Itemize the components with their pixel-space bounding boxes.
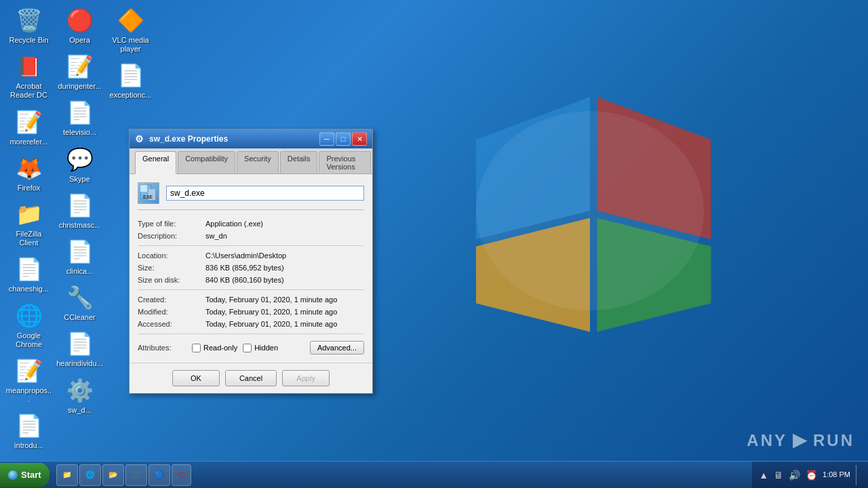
desktop-icon-morerefer[interactable]: 📝 morerefer... — [3, 105, 54, 150]
vlc-label: VLC media player — [107, 36, 154, 54]
tray-network-icon[interactable]: 🖥 — [774, 470, 783, 481]
exception-label: exceptionc... — [110, 91, 152, 100]
chrome-label: Google Chrome — [5, 331, 52, 349]
taskbar-norton[interactable]: 🛡 — [172, 464, 191, 486]
tab-compatibility[interactable]: Compatibility — [178, 151, 235, 174]
titlebar-controls: ─ □ ✕ — [319, 132, 367, 146]
desktop-icon-christmasc[interactable]: 📄 christmasc... — [54, 188, 105, 233]
hidden-input[interactable] — [243, 344, 252, 352]
recycle-bin-icon: 🗑️ — [16, 7, 43, 34]
cancel-button[interactable]: Cancel — [225, 370, 277, 386]
tray-expand-icon[interactable]: ▲ — [759, 470, 768, 481]
type-of-file-value: Application (.exe) — [205, 218, 364, 229]
minimize-button[interactable]: ─ — [319, 132, 334, 146]
prop-modified: Modified: Today, February 01, 2020, 1 mi… — [138, 306, 364, 317]
readonly-input[interactable] — [192, 344, 201, 352]
location-value: C:\Users\admin\Desktop — [205, 250, 364, 261]
desktop-icon-firefox[interactable]: 🦊 Firefox — [3, 151, 54, 196]
desktop-icon-hearindividu[interactable]: 📄 hearindividu... — [54, 327, 105, 371]
desktop-icon-chrome[interactable]: 🌐 Google Chrome — [3, 299, 54, 352]
dialog-tabs: General Compatibility Security Details P… — [130, 148, 372, 174]
desktop-icon-ccleaner[interactable]: 🔧 CCleaner — [54, 281, 105, 325]
close-button[interactable]: ✕ — [352, 132, 367, 146]
start-button[interactable]: Start — [0, 463, 50, 487]
acrobat-label: Acrobat Reader DC — [5, 82, 52, 100]
desktop-icon-opera[interactable]: 🔴 Opera — [54, 3, 105, 48]
taskbar-chrome2-icon: 🔵 — [155, 470, 164, 479]
hearindividu-icon: 📄 — [66, 330, 94, 357]
maximize-button[interactable]: □ — [336, 132, 351, 146]
dialog-title: sw_d.exe Properties — [149, 134, 228, 144]
taskbar-media[interactable]: 🎵 — [125, 464, 147, 486]
apply-button[interactable]: Apply — [282, 370, 330, 386]
tab-general[interactable]: General — [135, 151, 176, 174]
taskbar-folder[interactable]: 📂 — [102, 464, 124, 486]
tab-security[interactable]: Security — [237, 151, 279, 174]
desktop-icon-recycle-bin[interactable]: 🗑️ Recycle Bin — [3, 3, 54, 48]
filezilla-label: FileZilla Client — [5, 230, 52, 247]
introdu-icon: 📄 — [16, 412, 43, 439]
taskbar-folder-icon: 📂 — [108, 470, 118, 479]
taskbar-media-icon: 🎵 — [132, 470, 141, 479]
prop-accessed: Accessed: Today, February 01, 2020, 1 mi… — [138, 319, 364, 329]
start-orb-icon — [8, 470, 18, 480]
tray-time: 1:08 PM — [823, 470, 850, 480]
hidden-checkbox[interactable]: Hidden — [243, 344, 278, 352]
prop-size-on-disk: Size on disk: 840 KB (860,160 bytes) — [138, 274, 364, 285]
desktop-icon-vlc[interactable]: 🔶 VLC media player — [105, 3, 156, 57]
location-label: Location: — [138, 250, 205, 261]
chrome-icon: 🌐 — [16, 302, 43, 329]
desktop-icon-exception[interactable]: 📄 exceptionc... — [105, 58, 156, 103]
tray-clock-icon[interactable]: ⏰ — [806, 470, 817, 481]
taskbar-chrome2[interactable]: 🔵 — [149, 464, 170, 486]
attributes-label: Attributes: — [138, 344, 186, 352]
taskbar-explorer[interactable]: 📁 — [56, 464, 78, 486]
desktop: 🗑️ Recycle Bin 📕 Acrobat Reader DC 📝 mor… — [0, 0, 868, 488]
dialog-titlebar-icon: ⚙ — [135, 134, 146, 144]
titlebar-left: ⚙ sw_d.exe Properties — [135, 134, 228, 144]
taskbar-norton-icon: 🛡 — [178, 471, 185, 479]
size-label: Size: — [138, 262, 205, 273]
morerefer-icon: 📝 — [16, 108, 43, 136]
desktop-icon-changehig[interactable]: 📄 chaneshig... — [3, 252, 54, 297]
desktop-icon-clinica[interactable]: 📄 clinica... — [54, 235, 105, 279]
ok-button[interactable]: OK — [172, 370, 220, 386]
introdu-label: introdu... — [14, 441, 43, 450]
tray-volume-icon[interactable]: 🔊 — [789, 470, 800, 481]
advanced-button[interactable]: Advanced... — [310, 341, 364, 354]
desktop-icon-sw-d[interactable]: ⚙️ sw_d... — [54, 373, 105, 418]
taskbar-ie[interactable]: 🌐 — [79, 464, 101, 486]
desktop-icon-televisio[interactable]: 📄 televisio... — [54, 96, 105, 140]
exception-icon: 📄 — [117, 62, 144, 89]
desktop-icon-acrobat[interactable]: 📕 Acrobat Reader DC — [3, 49, 54, 103]
taskbar-apps: 📁 🌐 📂 🎵 🔵 🛡 — [53, 464, 753, 486]
file-name-input[interactable] — [166, 186, 364, 201]
desktop-icon-meanpropos[interactable]: 📝 meanpropos... — [3, 354, 54, 407]
size-on-disk-label: Size on disk: — [138, 274, 205, 285]
divider-2 — [138, 289, 364, 290]
tab-details[interactable]: Details — [280, 151, 318, 174]
created-value: Today, February 01, 2020, 1 minute ago — [205, 294, 364, 305]
readonly-checkbox[interactable]: Read-only — [192, 344, 237, 352]
tray-show-desktop-icon[interactable] — [856, 465, 861, 485]
file-header: EXE — [138, 182, 364, 210]
desktop-icon-skype[interactable]: 💬 Skype — [54, 142, 105, 187]
clinica-label: clinica... — [66, 267, 94, 276]
desktop-icon-filezilla[interactable]: 📁 FileZilla Client — [3, 197, 54, 251]
acrobat-icon: 📕 — [16, 53, 43, 80]
svg-point-0 — [476, 111, 704, 310]
televisio-icon: 📄 — [66, 99, 94, 126]
divider-3 — [138, 333, 364, 334]
taskbar: Start 📁 🌐 📂 🎵 🔵 🛡 ▲ 🖥 — [0, 461, 868, 488]
desktop-icon-introdu[interactable]: 📄 introdu... — [3, 409, 54, 453]
tab-previous-versions[interactable]: Previous Versions — [319, 151, 371, 174]
morerefer-label: morerefer... — [9, 138, 47, 146]
desktop-icon-duringenter[interactable]: 📝 duringenter... — [54, 49, 105, 94]
accessed-label: Accessed: — [138, 319, 205, 329]
modified-label: Modified: — [138, 306, 205, 317]
dialog-content: EXE Type of file: Application (.exe) Des… — [130, 174, 372, 363]
vlc-icon: 🔶 — [117, 7, 144, 34]
anyrun-text: ANY — [747, 431, 787, 450]
modified-value: Today, February 01, 2020, 1 minute ago — [205, 306, 364, 317]
file-icon-large: EXE — [138, 182, 159, 204]
